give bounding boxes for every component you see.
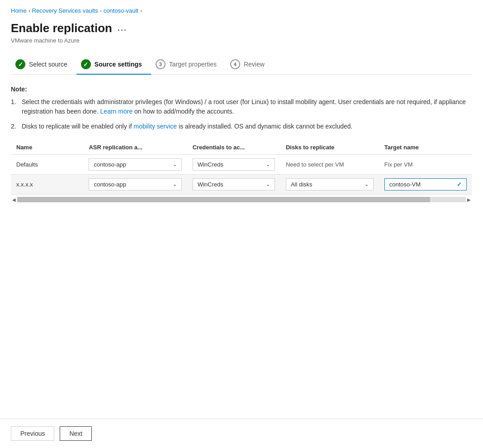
row-asr-value: contoso-app (94, 181, 126, 188)
step-4-label: Review (244, 61, 265, 68)
replication-table: Name ASR replication a... Credentials to… (11, 140, 472, 195)
scroll-left-button[interactable]: ◀ (11, 196, 17, 203)
page-title-row: Enable replication ... (11, 21, 472, 35)
defaults-asr-cell: contoso-app ⌄ (83, 155, 187, 175)
row-asr-arrow: ⌄ (173, 181, 177, 187)
defaults-creds-value: WinCreds (198, 161, 223, 168)
step-3-icon: 3 (156, 59, 166, 69)
defaults-asr-arrow: ⌄ (173, 162, 177, 167)
defaults-creds-dropdown[interactable]: WinCreds ⌄ (193, 158, 275, 171)
defaults-creds-cell: WinCreds ⌄ (187, 155, 280, 175)
breadcrumb-sep-2: › (100, 8, 102, 14)
defaults-target-cell: Fix per VM (379, 155, 472, 175)
row-name: x.x.x.x (11, 175, 83, 195)
row-asr-cell: contoso-app ⌄ (83, 175, 187, 195)
page-subtitle: VMware machine to Azure (11, 37, 472, 44)
breadcrumb-vaults[interactable]: Recovery Services vaults (32, 7, 98, 14)
breadcrumb-home[interactable]: Home (11, 7, 27, 14)
breadcrumb-sep-1: › (28, 8, 30, 14)
step-1-label: Select source (29, 61, 67, 68)
note-item-1: 1. Select the credentials with administr… (11, 97, 472, 116)
table-header-row: Name ASR replication a... Credentials to… (11, 140, 472, 155)
scroll-thumb[interactable] (17, 197, 430, 202)
row-creds-cell: WinCreds ⌄ (187, 175, 280, 195)
note-text-2-after: is already installed. OS and dynamic dis… (179, 123, 352, 130)
row-target-check: ✓ (457, 181, 462, 188)
note-text-2-before: Disks to replicate will be enabled only … (22, 123, 132, 130)
scroll-right-button[interactable]: ▶ (466, 196, 472, 203)
col-header-creds: Credentials to ac... (187, 140, 280, 155)
defaults-disks-static: Need to select per VM (286, 161, 344, 168)
defaults-target-static: Fix per VM (384, 161, 413, 168)
table-row-defaults: Defaults contoso-app ⌄ WinCreds ⌄ (11, 155, 472, 175)
note-list: 1. Select the credentials with administr… (11, 97, 472, 131)
main-content: Home › Recovery Services vaults › contos… (0, 0, 483, 419)
scroll-bar-container: ◀ ▶ (11, 196, 472, 203)
breadcrumb-vault[interactable]: contoso-vault (104, 7, 138, 14)
row-target-value: contoso-VM (389, 181, 421, 188)
steps-nav: ✓ Select source ✓ Source settings 3 Targ… (11, 55, 472, 75)
row-target-cell: contoso-VM ✓ (379, 175, 472, 195)
note-section: Note: 1. Select the credentials with adm… (11, 86, 472, 131)
row-creds-arrow: ⌄ (266, 181, 270, 187)
previous-button[interactable]: Previous (11, 426, 54, 441)
page-title: Enable replication (11, 21, 112, 35)
note-title: Note: (11, 86, 472, 93)
page-container: Home › Recovery Services vaults › contos… (0, 0, 483, 448)
note-num-1: 1. (11, 97, 18, 116)
step-4-icon: 4 (230, 59, 240, 69)
note-item-2: 2. Disks to replicate will be enabled on… (11, 122, 472, 131)
step-1-icon: ✓ (15, 59, 25, 69)
defaults-asr-dropdown[interactable]: contoso-app ⌄ (89, 158, 181, 171)
table-row: x.x.x.x contoso-app ⌄ WinCreds ⌄ (11, 175, 472, 195)
step-review[interactable]: 4 Review (226, 55, 274, 75)
step-2-label: Source settings (95, 61, 142, 68)
note-num-2: 2. (11, 122, 18, 131)
row-target-dropdown[interactable]: contoso-VM ✓ (384, 178, 467, 191)
step-select-source[interactable]: ✓ Select source (11, 55, 76, 75)
row-disks-value: All disks (291, 181, 313, 188)
step-3-label: Target properties (169, 61, 217, 68)
defaults-name: Defaults (11, 155, 83, 175)
table-container: Name ASR replication a... Credentials to… (11, 140, 472, 203)
row-asr-dropdown[interactable]: contoso-app ⌄ (89, 178, 181, 191)
more-options-button[interactable]: ... (118, 24, 127, 33)
col-header-name: Name (11, 140, 83, 155)
row-disks-dropdown[interactable]: All disks ⌄ (286, 178, 374, 191)
breadcrumb: Home › Recovery Services vaults › contos… (11, 7, 472, 14)
learn-more-link[interactable]: Learn more (100, 108, 133, 115)
row-disks-cell: All disks ⌄ (280, 175, 379, 195)
note-text-1-after: on how to add/modify the accounts. (134, 108, 234, 115)
scroll-track (17, 197, 466, 202)
mobility-service-link[interactable]: mobility service (133, 123, 177, 130)
defaults-creds-arrow: ⌄ (266, 162, 270, 167)
col-header-asr: ASR replication a... (83, 140, 187, 155)
note-text-1-before: Select the credentials with administrato… (22, 98, 466, 115)
step-target-properties[interactable]: 3 Target properties (151, 55, 226, 75)
step-source-settings[interactable]: ✓ Source settings (76, 55, 151, 75)
footer: Previous Next (0, 419, 483, 448)
defaults-asr-value: contoso-app (94, 161, 126, 168)
breadcrumb-sep-3: › (140, 8, 142, 14)
note-text-1: Select the credentials with administrato… (22, 97, 472, 116)
row-disks-arrow: ⌄ (365, 181, 369, 187)
row-creds-value: WinCreds (198, 181, 223, 188)
step-2-icon: ✓ (81, 59, 91, 69)
note-text-2: Disks to replicate will be enabled only … (22, 122, 353, 131)
col-header-target: Target name (379, 140, 472, 155)
row-creds-dropdown[interactable]: WinCreds ⌄ (193, 178, 275, 191)
defaults-disks-cell: Need to select per VM (280, 155, 379, 175)
next-button[interactable]: Next (60, 426, 92, 441)
col-header-disks: Disks to replicate (280, 140, 379, 155)
